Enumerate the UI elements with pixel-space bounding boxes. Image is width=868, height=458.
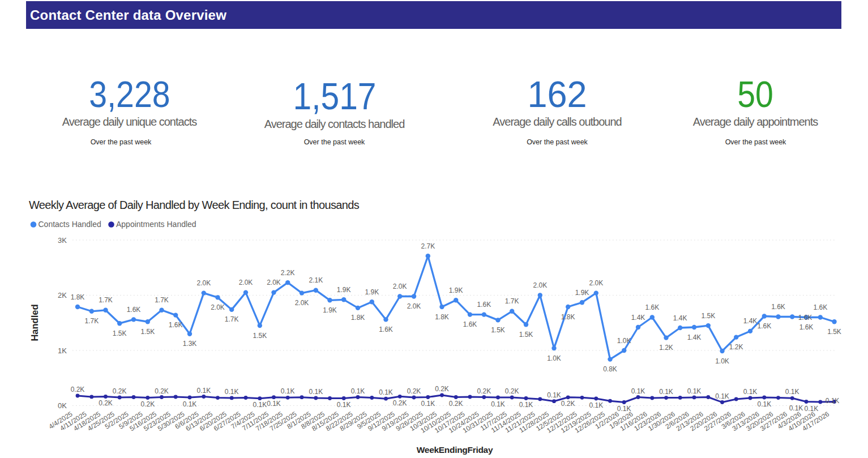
svg-text:2.0K: 2.0K: [196, 279, 211, 287]
svg-text:1.3K: 1.3K: [183, 340, 197, 348]
svg-text:1.5K: 1.5K: [519, 331, 533, 339]
svg-text:2K: 2K: [58, 291, 67, 299]
svg-text:0.1K: 0.1K: [351, 387, 365, 395]
svg-text:1.9K: 1.9K: [323, 306, 337, 314]
svg-text:1.4K: 1.4K: [673, 314, 687, 322]
svg-text:0.1K: 0.1K: [547, 391, 561, 399]
svg-text:1.6K: 1.6K: [798, 314, 813, 322]
svg-text:0.1K: 0.1K: [491, 400, 505, 408]
svg-text:0.2K: 0.2K: [155, 387, 169, 395]
svg-text:WeekEndingFriday: WeekEndingFriday: [417, 445, 493, 455]
svg-text:1.5K: 1.5K: [701, 312, 715, 320]
svg-text:2.0K: 2.0K: [211, 303, 225, 311]
svg-text:0.1K: 0.1K: [785, 388, 799, 396]
svg-text:1.8K: 1.8K: [561, 313, 575, 321]
svg-text:0.1K: 0.1K: [309, 388, 323, 396]
svg-text:0.1K: 0.1K: [519, 401, 533, 409]
svg-text:1.4K: 1.4K: [631, 314, 645, 322]
svg-text:0.1K: 0.1K: [804, 405, 818, 413]
svg-text:2.1K: 2.1K: [309, 276, 323, 284]
svg-text:0.1K: 0.1K: [379, 388, 393, 396]
svg-text:1.9K: 1.9K: [449, 286, 463, 294]
svg-text:1.8K: 1.8K: [351, 314, 365, 322]
svg-text:1.8K: 1.8K: [71, 293, 85, 301]
svg-text:0.2K: 0.2K: [113, 387, 127, 395]
svg-text:1.6K: 1.6K: [379, 326, 393, 333]
svg-text:0.2K: 0.2K: [99, 399, 113, 407]
svg-text:0.2K: 0.2K: [140, 400, 155, 408]
svg-text:1.5K: 1.5K: [113, 329, 127, 337]
svg-text:0.1K: 0.1K: [715, 392, 729, 400]
svg-text:0.2K: 0.2K: [505, 387, 519, 395]
svg-text:0.1K: 0.1K: [826, 397, 840, 405]
svg-text:0.1K: 0.1K: [589, 401, 603, 409]
svg-text:0.2K: 0.2K: [561, 400, 575, 408]
svg-text:1.7K: 1.7K: [225, 315, 239, 323]
svg-text:2.0K: 2.0K: [589, 279, 603, 287]
svg-text:1.0K: 1.0K: [617, 337, 631, 345]
svg-text:Contacts Handled: Contacts Handled: [39, 220, 101, 229]
svg-text:1.2K: 1.2K: [659, 344, 673, 352]
svg-text:1.4K: 1.4K: [687, 333, 702, 341]
svg-text:1.6K: 1.6K: [127, 306, 141, 314]
svg-text:1.5K: 1.5K: [491, 326, 505, 334]
svg-text:0.2K: 0.2K: [71, 386, 85, 393]
svg-text:1.7K: 1.7K: [99, 296, 113, 304]
svg-text:1.6K: 1.6K: [477, 301, 491, 309]
svg-text:1.7K: 1.7K: [155, 296, 169, 304]
svg-text:0.2K: 0.2K: [449, 400, 463, 408]
svg-text:0.1K: 0.1K: [253, 401, 267, 409]
svg-text:2.2K: 2.2K: [281, 269, 295, 277]
svg-text:0.1K: 0.1K: [743, 388, 758, 396]
svg-text:1.9K: 1.9K: [575, 289, 589, 297]
svg-text:2.0K: 2.0K: [407, 302, 421, 310]
svg-text:1.7K: 1.7K: [84, 317, 99, 325]
svg-text:1.6K: 1.6K: [799, 323, 814, 331]
svg-text:0.1K: 0.1K: [225, 388, 239, 396]
svg-text:1.0K: 1.0K: [547, 354, 561, 362]
svg-text:0.1K: 0.1K: [421, 400, 435, 408]
svg-text:0.1K: 0.1K: [196, 387, 211, 395]
svg-text:0.1K: 0.1K: [687, 387, 702, 395]
svg-text:0.8K: 0.8K: [603, 365, 617, 373]
svg-text:0.1K: 0.1K: [267, 400, 281, 408]
svg-text:0.2K: 0.2K: [435, 385, 449, 393]
svg-text:1.8K: 1.8K: [435, 313, 449, 321]
svg-text:1.7K: 1.7K: [505, 297, 519, 305]
svg-text:1.0K: 1.0K: [715, 357, 729, 365]
svg-text:0.1K: 0.1K: [281, 387, 295, 395]
svg-text:0.1K: 0.1K: [659, 388, 673, 396]
svg-text:0.1K: 0.1K: [617, 405, 631, 413]
svg-text:1.2K: 1.2K: [729, 343, 743, 351]
svg-text:Handled: Handled: [29, 304, 40, 341]
svg-text:0.1K: 0.1K: [337, 401, 351, 409]
svg-text:0.1K: 0.1K: [789, 404, 803, 412]
svg-text:1.5K: 1.5K: [827, 328, 841, 336]
svg-text:2.0K: 2.0K: [533, 281, 547, 289]
svg-text:0.2K: 0.2K: [407, 387, 421, 395]
svg-text:2.0K: 2.0K: [295, 299, 309, 307]
svg-text:0.2K: 0.2K: [477, 387, 491, 395]
svg-text:1.6K: 1.6K: [771, 303, 785, 311]
svg-text:1K: 1K: [58, 346, 67, 355]
svg-text:1.6K: 1.6K: [813, 303, 827, 311]
svg-text:1.6K: 1.6K: [757, 322, 771, 330]
svg-text:1.5K: 1.5K: [140, 328, 155, 336]
svg-text:1.4K: 1.4K: [743, 317, 758, 325]
svg-text:1.5K: 1.5K: [253, 332, 267, 340]
svg-text:1.9K: 1.9K: [337, 286, 351, 294]
svg-text:2.0K: 2.0K: [393, 282, 407, 290]
svg-text:0.1K: 0.1K: [631, 387, 645, 395]
svg-text:0K: 0K: [58, 401, 67, 410]
svg-text:0.1K: 0.1K: [757, 400, 771, 408]
svg-text:1.6K: 1.6K: [645, 303, 659, 311]
svg-text:Weekly Average of Daily Handle: Weekly Average of Daily Handled by Week …: [29, 199, 360, 211]
svg-text:1.6K: 1.6K: [169, 321, 183, 329]
svg-text:3K: 3K: [58, 236, 67, 245]
svg-text:2.0K: 2.0K: [267, 279, 281, 286]
svg-text:1.6K: 1.6K: [463, 320, 477, 328]
svg-text:Appointments Handled: Appointments Handled: [116, 220, 196, 229]
svg-text:2.7K: 2.7K: [421, 242, 435, 250]
svg-text:0.2K: 0.2K: [393, 399, 407, 407]
svg-text:0.1K: 0.1K: [183, 400, 197, 408]
